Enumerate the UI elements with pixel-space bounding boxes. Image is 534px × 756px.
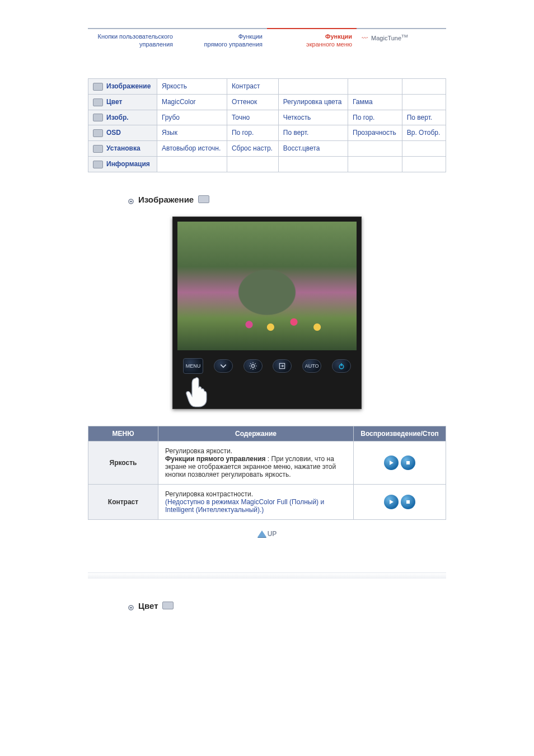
- col-content: Содержание: [158, 426, 354, 441]
- section-title: Цвет: [138, 601, 158, 611]
- desc-note: (Недоступно в режимах MagicColor Full (П…: [165, 498, 324, 514]
- top-tabs: Кнопки пользовательского управления Функ…: [88, 28, 446, 50]
- tab-direct-functions[interactable]: Функции прямого управления: [177, 28, 267, 50]
- grid-cell[interactable]: По гор.: [348, 110, 402, 125]
- grid-cell: [278, 79, 348, 95]
- grid-row-head[interactable]: Установка: [88, 141, 157, 157]
- grid-cell[interactable]: Оттенок: [227, 94, 278, 110]
- tab-osd-functions[interactable]: Функции экранного меню: [267, 28, 357, 50]
- grid-cell-label: Четкость: [283, 114, 311, 121]
- grid-cell[interactable]: Яркость: [157, 79, 227, 95]
- menu-row-desc: Регулировка контрастности.(Недоступно в …: [158, 484, 354, 519]
- grid-row-head[interactable]: Цвет: [88, 94, 157, 110]
- tab-user-controls[interactable]: Кнопки пользовательского управления: [88, 28, 177, 50]
- osd-menu-button[interactable]: MENU: [183, 358, 203, 374]
- section-heading-image: Изображение: [128, 195, 446, 204]
- tab-label: MagicTune: [371, 35, 401, 41]
- grid-row-head[interactable]: Изображение: [88, 79, 157, 95]
- grid-cell[interactable]: MagicColor: [157, 94, 227, 110]
- tab-label: Функции: [271, 32, 352, 40]
- grid-row-label: Изображение: [106, 82, 151, 90]
- section-title: Изображение: [138, 195, 194, 204]
- grid-cell[interactable]: Четкость: [278, 110, 348, 125]
- menu-row-name: Контраст: [88, 484, 158, 519]
- grid-cell-label: Язык: [162, 129, 177, 137]
- grid-cell-label: Контраст: [232, 82, 260, 90]
- tab-magictune[interactable]: 〰 MagicTuneTM: [357, 28, 446, 44]
- menu-row-desc: Регулировка яркости.Функции прямого упра…: [158, 441, 354, 484]
- grid-cell[interactable]: Вр. Отобр.: [402, 125, 446, 141]
- osd-icon: [93, 129, 103, 137]
- grid-cell-label: По гор.: [353, 114, 374, 121]
- grid-cell[interactable]: Грубо: [157, 110, 227, 125]
- info-icon: [93, 161, 103, 168]
- section-divider: [88, 572, 446, 579]
- svg-rect-17: [406, 500, 410, 504]
- svg-line-9: [255, 363, 255, 364]
- tab-label: управления: [92, 40, 173, 48]
- grid-cell-label: Сброс настр.: [232, 144, 273, 152]
- osd-button-label: AUTO: [305, 363, 319, 369]
- tab-label: Функции: [182, 32, 263, 40]
- setup-icon: [93, 145, 103, 153]
- grid-cell[interactable]: Точно: [227, 110, 278, 125]
- stop-button[interactable]: [401, 456, 415, 470]
- svg-line-7: [250, 363, 251, 364]
- grid-cell: [278, 157, 348, 172]
- play-button[interactable]: [384, 456, 399, 470]
- svg-point-19: [130, 607, 132, 609]
- grid-cell: [348, 141, 402, 157]
- play-button[interactable]: [384, 495, 399, 509]
- menu-row-name: Яркость: [88, 441, 158, 484]
- image-icon: [93, 114, 103, 121]
- grid-cell: [227, 157, 278, 172]
- grid-cell: [157, 157, 227, 172]
- grid-row-head[interactable]: Информация: [88, 157, 157, 172]
- tab-label: экранного меню: [271, 40, 352, 48]
- osd-brightness-button[interactable]: [243, 359, 263, 373]
- grid-cell[interactable]: Автовыбор источн.: [157, 141, 227, 157]
- up-label: UP: [268, 530, 277, 538]
- color-icon: [162, 602, 174, 609]
- svg-point-1: [130, 201, 132, 203]
- desc-text: Регулировка яркости.: [165, 447, 232, 455]
- osd-power-button[interactable]: [332, 359, 351, 373]
- grid-row-label: OSD: [106, 129, 121, 137]
- grid-row-head[interactable]: OSD: [88, 125, 157, 141]
- grid-cell[interactable]: Восст.цвета: [278, 141, 348, 157]
- svg-point-2: [251, 364, 254, 367]
- svg-rect-15: [406, 461, 410, 464]
- up-arrow-icon: [257, 530, 266, 537]
- tab-label: прямого управления: [182, 40, 263, 48]
- grid-cell-label: Регулировка цвета: [283, 98, 342, 106]
- grid-cell-label: Гамма: [353, 98, 373, 106]
- osd-enter-button[interactable]: [273, 359, 292, 373]
- bullet-icon: [128, 196, 134, 202]
- desc-text: Регулировка контрастности.: [165, 490, 253, 498]
- desc-bold: Функции прямого управления: [165, 455, 266, 463]
- svg-line-10: [250, 368, 251, 368]
- grid-cell[interactable]: Сброс настр.: [227, 141, 278, 157]
- grid-cell[interactable]: Язык: [157, 125, 227, 141]
- stop-button[interactable]: [401, 495, 415, 509]
- grid-cell[interactable]: Прозрачность: [348, 125, 402, 141]
- menu-description-table: МЕНЮ Содержание Воспроизведение/Стоп Ярк…: [88, 426, 446, 520]
- grid-cell[interactable]: Гамма: [348, 94, 402, 110]
- scroll-up-button[interactable]: UP: [257, 530, 277, 538]
- picture-icon: [198, 195, 209, 203]
- grid-cell[interactable]: Регулировка цвета: [278, 94, 348, 110]
- tab-label: Кнопки пользовательского: [92, 32, 173, 40]
- osd-auto-button[interactable]: AUTO: [302, 359, 321, 373]
- grid-cell[interactable]: По верт.: [278, 125, 348, 141]
- grid-cell[interactable]: По гор.: [227, 125, 278, 141]
- osd-button-label: MENU: [186, 363, 201, 369]
- menu-row-controls: [354, 484, 446, 519]
- magictune-logo-icon: 〰: [361, 35, 367, 41]
- grid-row-head[interactable]: Изобр.: [88, 110, 157, 125]
- osd-down-button[interactable]: [214, 359, 233, 373]
- grid-cell[interactable]: Контраст: [227, 79, 278, 95]
- menu-item-name: Яркость: [110, 459, 137, 467]
- grid-cell-label: По верт.: [283, 129, 308, 137]
- osd-preview-panel: MENU AUTO: [172, 217, 362, 409]
- grid-cell[interactable]: По верт.: [402, 110, 446, 125]
